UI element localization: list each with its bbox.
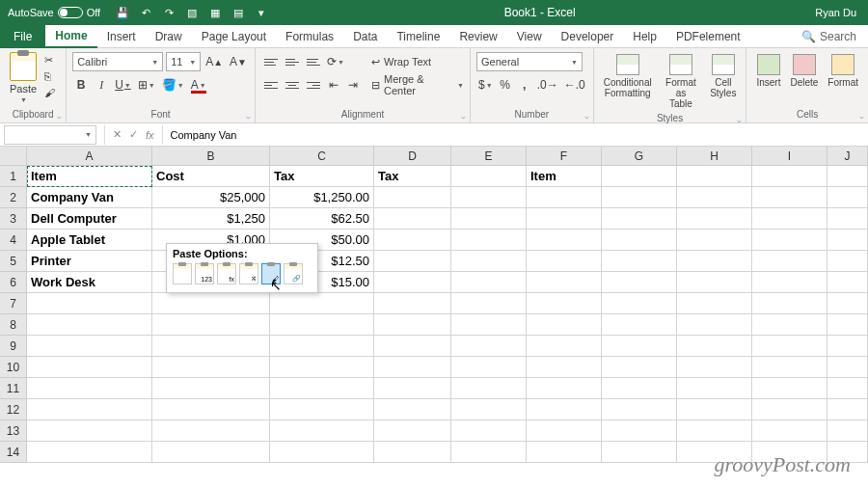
cell-G9[interactable]	[602, 336, 677, 357]
cell-C12[interactable]	[270, 399, 374, 420]
cell-C1[interactable]: Tax	[270, 166, 374, 187]
cell-J10[interactable]	[827, 357, 868, 378]
cell-D13[interactable]	[374, 420, 451, 442]
cell-E7[interactable]	[451, 293, 527, 314]
col-header-D[interactable]: D	[374, 147, 451, 166]
format-painter-icon[interactable]: 🖌	[44, 87, 60, 100]
cell-H8[interactable]	[677, 314, 752, 336]
cell-J12[interactable]	[827, 399, 868, 420]
cell-G7[interactable]	[602, 293, 677, 314]
col-header-J[interactable]: J	[827, 147, 868, 166]
increase-decimal-icon[interactable]: .0→	[535, 75, 560, 95]
cell-D2[interactable]	[374, 187, 451, 208]
cell-C14[interactable]	[270, 442, 374, 463]
cell-D7[interactable]	[374, 293, 451, 314]
cell-B10[interactable]	[152, 357, 270, 378]
row-header-11[interactable]: 11	[0, 378, 27, 399]
cell-E5[interactable]	[451, 251, 527, 272]
cell-I1[interactable]	[752, 166, 827, 187]
row-header-1[interactable]: 1	[0, 166, 27, 187]
cell-G6[interactable]	[602, 272, 677, 293]
cell-G11[interactable]	[602, 378, 677, 399]
cell-E3[interactable]	[451, 208, 527, 230]
tab-pdfelement[interactable]: PDFelement	[666, 25, 750, 48]
cell-J2[interactable]	[827, 187, 868, 208]
tab-help[interactable]: Help	[623, 25, 666, 48]
row-header-3[interactable]: 3	[0, 208, 27, 230]
cell-E13[interactable]	[451, 420, 527, 442]
cell-G5[interactable]	[602, 251, 677, 272]
cell-D10[interactable]	[374, 357, 451, 378]
cell-E2[interactable]	[451, 187, 527, 208]
cell-J4[interactable]	[827, 230, 868, 251]
paste-button[interactable]: Paste ▼	[6, 50, 41, 105]
cell-E10[interactable]	[451, 357, 527, 378]
col-header-H[interactable]: H	[677, 147, 752, 166]
row-header-5[interactable]: 5	[0, 251, 27, 272]
cell-F8[interactable]	[527, 314, 602, 336]
tab-formulas[interactable]: Formulas	[276, 25, 343, 48]
cell-F4[interactable]	[527, 230, 602, 251]
search-box[interactable]: 🔍 Search	[790, 30, 868, 43]
cell-B3[interactable]: $1,250	[152, 208, 270, 230]
col-header-E[interactable]: E	[451, 147, 527, 166]
cell-J5[interactable]	[827, 251, 868, 272]
enter-formula-icon[interactable]: ✓	[129, 128, 138, 141]
redo-icon[interactable]: ↷	[162, 6, 176, 19]
cell-F13[interactable]	[527, 420, 602, 442]
cell-C11[interactable]	[270, 378, 374, 399]
cell-J1[interactable]	[827, 166, 868, 187]
cell-B1[interactable]: Cost	[152, 166, 270, 187]
user-name[interactable]: Ryan Du	[803, 7, 868, 18]
cell-F12[interactable]	[527, 399, 602, 420]
tab-view[interactable]: View	[507, 25, 552, 48]
cell-C7[interactable]	[270, 293, 374, 314]
font-name-select[interactable]: Calibri▼	[72, 52, 163, 71]
cell-E14[interactable]	[451, 442, 527, 463]
cell-J13[interactable]	[827, 420, 868, 442]
tab-review[interactable]: Review	[449, 25, 506, 48]
align-top-icon[interactable]	[261, 52, 281, 71]
cell-H12[interactable]	[677, 399, 752, 420]
row-header-14[interactable]: 14	[0, 442, 27, 463]
col-header-A[interactable]: A	[27, 147, 152, 166]
cell-H3[interactable]	[677, 208, 752, 230]
cell-A4[interactable]: Apple Tablet	[27, 230, 152, 251]
tab-data[interactable]: Data	[343, 25, 387, 48]
cell-J6[interactable]	[827, 272, 868, 293]
cell-E6[interactable]	[451, 272, 527, 293]
tab-timeline[interactable]: Timeline	[387, 25, 449, 48]
cell-J9[interactable]	[827, 336, 868, 357]
cell-A11[interactable]	[27, 378, 152, 399]
cell-A10[interactable]	[27, 357, 152, 378]
cell-D11[interactable]	[374, 378, 451, 399]
cell-B8[interactable]	[152, 314, 270, 336]
align-left-icon[interactable]	[261, 75, 281, 95]
align-middle-icon[interactable]	[283, 52, 302, 71]
decrease-indent-icon[interactable]: ⇤	[325, 75, 342, 95]
cell-I2[interactable]	[752, 187, 827, 208]
cell-D5[interactable]	[374, 251, 451, 272]
row-header-2[interactable]: 2	[0, 187, 27, 208]
cell-F1[interactable]: Item	[527, 166, 602, 187]
comma-format-icon[interactable]: ,	[516, 75, 533, 95]
cell-I6[interactable]	[752, 272, 827, 293]
cell-H7[interactable]	[677, 293, 752, 314]
cell-A7[interactable]	[27, 293, 152, 314]
format-cells-button[interactable]: Format	[824, 52, 862, 90]
formula-input[interactable]: Company Van	[163, 129, 868, 141]
cell-C9[interactable]	[270, 336, 374, 357]
cell-E8[interactable]	[451, 314, 527, 336]
cell-E11[interactable]	[451, 378, 527, 399]
cell-E4[interactable]	[451, 230, 527, 251]
cell-A1[interactable]: Item	[27, 166, 152, 187]
col-header-B[interactable]: B	[152, 147, 270, 166]
align-center-icon[interactable]	[283, 75, 302, 95]
cell-A6[interactable]: Work Desk	[27, 272, 152, 293]
cell-E12[interactable]	[451, 399, 527, 420]
row-header-7[interactable]: 7	[0, 293, 27, 314]
cell-B2[interactable]: $25,000	[152, 187, 270, 208]
format-as-table-button[interactable]: Format as Table	[658, 52, 704, 111]
italic-button[interactable]: I	[93, 75, 110, 95]
row-header-8[interactable]: 8	[0, 314, 27, 336]
